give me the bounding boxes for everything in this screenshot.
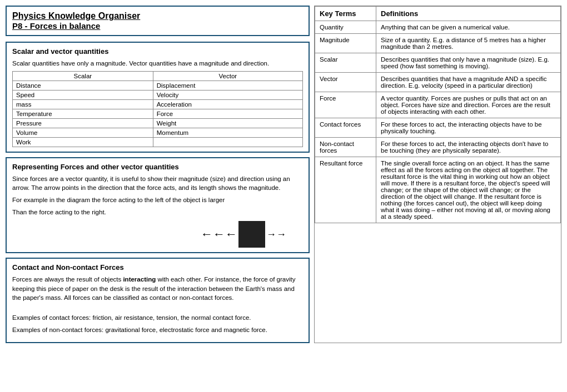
- key-terms-col-header: Key Terms: [315, 7, 376, 21]
- table-cell: Volume: [13, 128, 153, 138]
- title-line2: P8 - Forces in balance: [12, 21, 303, 31]
- table-row: massAcceleration: [13, 100, 303, 109]
- scalar-vector-description: Scalar quantities have only a magnitude.…: [12, 59, 303, 68]
- title-section: Physics Knowledge Organiser P8 - Forces …: [6, 6, 310, 36]
- contact-heading: Contact and Non-contact Forces: [12, 263, 303, 272]
- key-term-definition: Size of a quantity. E.g. a distance of 5…: [376, 34, 561, 53]
- key-term-row: VectorDescribes quantities that have a m…: [315, 73, 561, 92]
- definitions-col-header: Definitions: [376, 7, 561, 21]
- key-term-definition: A vector quantity. Forces are pushes or …: [376, 92, 561, 118]
- key-term-label: Contact forces: [315, 118, 376, 138]
- key-term-label: Force: [315, 92, 376, 118]
- key-term-definition: Anything that can be given a numerical v…: [376, 21, 561, 34]
- arrow-right-icon: →→: [266, 229, 286, 240]
- key-term-definition: Describes quantities that only have a ma…: [376, 53, 561, 73]
- key-term-row: ScalarDescribes quantities that only hav…: [315, 53, 561, 73]
- table-cell: mass: [13, 100, 153, 109]
- key-term-definition: For these forces to act, the interacting…: [376, 138, 561, 157]
- table-cell: Displacement: [153, 81, 302, 91]
- key-term-label: Magnitude: [315, 34, 376, 53]
- contact-section: Contact and Non-contact Forces Forces ar…: [6, 258, 310, 343]
- scalar-vector-section: Scalar and vector quantities Scalar quan…: [6, 42, 310, 153]
- scalar-vector-heading: Scalar and vector quantities: [12, 47, 303, 56]
- scalar-vector-table: Scalar Vector DistanceDisplacementSpeedV…: [12, 71, 303, 147]
- force-block: [238, 221, 265, 248]
- table-cell: Velocity: [153, 91, 302, 100]
- key-term-row: Non-contact forcesFor these forces to ac…: [315, 138, 561, 157]
- contact-para2: Examples of contact forces: friction, ai…: [12, 313, 303, 322]
- table-cell: Temperature: [13, 109, 153, 119]
- vector-header: Vector: [153, 72, 302, 81]
- key-term-label: Vector: [315, 73, 376, 92]
- key-term-definition: The single overall force acting on an ob…: [376, 157, 561, 223]
- key-term-row: Resultant forceThe single overall force …: [315, 157, 561, 223]
- table-cell: Acceleration: [153, 100, 302, 109]
- contact-para3: Examples of non-contact forces: gravitat…: [12, 325, 303, 334]
- scalar-header: Scalar: [13, 72, 153, 81]
- key-term-row: Contact forcesFor these forces to act, t…: [315, 118, 561, 138]
- table-cell: Distance: [13, 81, 153, 91]
- page: Physics Knowledge Organiser P8 - Forces …: [0, 0, 567, 349]
- table-row: VolumeMomentum: [13, 128, 303, 138]
- key-term-row: ForceA vector quantity. Forces are pushe…: [315, 92, 561, 118]
- key-term-row: MagnitudeSize of a quantity. E.g. a dist…: [315, 34, 561, 53]
- table-cell: Work: [13, 138, 153, 147]
- key-term-label: Scalar: [315, 53, 376, 73]
- table-cell: Speed: [13, 91, 153, 100]
- table-row: TemperatureForce: [13, 109, 303, 119]
- key-term-label: Non-contact forces: [315, 138, 376, 157]
- representing-forces-section: Representing Forces and other vector qua…: [6, 157, 310, 253]
- representing-forces-para2: For example in the diagram the force act…: [12, 195, 303, 204]
- left-column: Physics Knowledge Organiser P8 - Forces …: [6, 6, 314, 343]
- right-column: Key Terms Definitions QuantityAnything t…: [314, 6, 561, 343]
- arrow-diagram: ←←← →→: [12, 221, 303, 248]
- arrow-left-icon: ←←←: [201, 227, 237, 242]
- key-term-label: Quantity: [315, 21, 376, 34]
- key-term-label: Resultant force: [315, 157, 376, 223]
- title-line1: Physics Knowledge Organiser: [12, 11, 303, 21]
- key-terms-table: Key Terms Definitions QuantityAnything t…: [315, 6, 561, 223]
- table-row: Work: [13, 138, 303, 147]
- representing-forces-heading: Representing Forces and other vector qua…: [12, 163, 303, 171]
- table-cell: Force: [153, 109, 302, 119]
- table-cell: Weight: [153, 119, 302, 128]
- table-row: SpeedVelocity: [13, 91, 303, 100]
- table-row: PressureWeight: [13, 119, 303, 128]
- key-term-definition: For these forces to act, the interacting…: [376, 118, 561, 138]
- table-cell: Momentum: [153, 128, 302, 138]
- contact-para1: Forces are always the result of objects …: [12, 275, 303, 301]
- key-term-row: QuantityAnything that can be given a num…: [315, 21, 561, 34]
- table-row: DistanceDisplacement: [13, 81, 303, 91]
- representing-forces-para1: Since forces are a vector quantity, it i…: [12, 174, 303, 192]
- key-term-definition: Describes quantities that have a magnitu…: [376, 73, 561, 92]
- table-cell: [153, 138, 302, 147]
- representing-forces-para3: Than the force acting to the right.: [12, 208, 303, 217]
- table-cell: Pressure: [13, 119, 153, 128]
